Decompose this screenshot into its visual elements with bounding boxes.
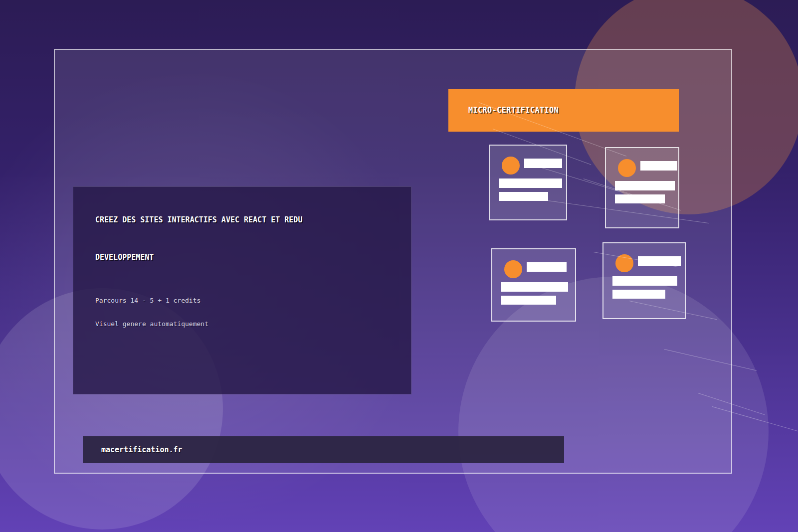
course-auto-note: Visuel genere automatiquement <box>95 320 208 328</box>
orange-dot-icon <box>504 260 522 278</box>
placeholder-bar <box>499 178 562 188</box>
placeholder-bar <box>640 161 677 171</box>
placeholder-card <box>491 248 576 322</box>
website-label: macertification.fr <box>101 436 183 463</box>
poster-canvas: MICRO-CERTIFICATION CREEZ DES SITES INTE… <box>0 0 798 532</box>
orange-dot-icon <box>618 159 636 177</box>
placeholder-card <box>605 147 679 228</box>
course-category: DEVELOPPEMENT <box>95 253 154 262</box>
banner-label: MICRO-CERTIFICATION <box>468 89 559 132</box>
placeholder-bar <box>612 290 665 299</box>
placeholder-bar <box>527 262 567 272</box>
placeholder-card <box>489 145 567 220</box>
course-parcours-info: Parcours 14 - 5 + 1 credits <box>95 297 200 305</box>
placeholder-bar <box>501 282 568 292</box>
placeholder-bar <box>615 181 675 190</box>
placeholder-bar <box>612 276 677 286</box>
micro-certification-banner: MICRO-CERTIFICATION <box>448 89 679 132</box>
course-title: CREEZ DES SITES INTERACTIFS AVEC REACT E… <box>95 215 302 224</box>
placeholder-bar <box>501 296 556 305</box>
course-info-panel: CREEZ DES SITES INTERACTIFS AVEC REACT E… <box>73 186 411 394</box>
orange-dot-icon <box>502 157 520 175</box>
placeholder-card <box>602 242 686 319</box>
website-bar: macertification.fr <box>83 436 564 463</box>
placeholder-bar <box>524 159 562 168</box>
